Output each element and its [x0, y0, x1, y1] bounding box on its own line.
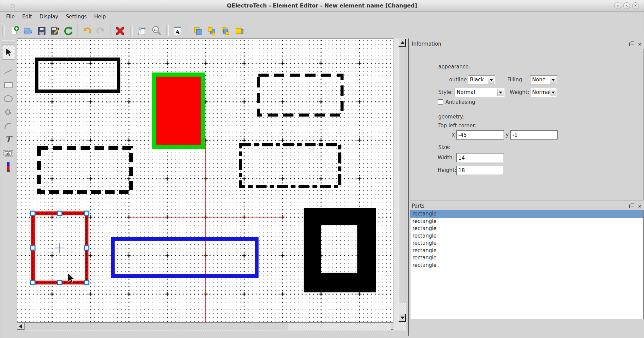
- close-pane-icon[interactable]: ✕: [638, 204, 642, 209]
- height-input[interactable]: [456, 166, 504, 175]
- add-ellipse-tool[interactable]: [2, 93, 15, 104]
- add-polygon-tool[interactable]: [2, 107, 15, 117]
- add-arc-tool[interactable]: [2, 120, 15, 131]
- x-label: x: [452, 132, 455, 138]
- zoom-1-1-button[interactable]: 1:1: [150, 25, 163, 37]
- x-input[interactable]: [456, 130, 504, 140]
- y-label: y: [506, 132, 509, 138]
- scroll-left-button[interactable]: [17, 323, 24, 330]
- drawing-toolbox: Tab: [0, 38, 17, 338]
- float-pane-icon[interactable]: [629, 43, 633, 46]
- vertical-scrollbar[interactable]: [393, 38, 406, 323]
- antialiasing-checkbox[interactable]: [438, 99, 443, 104]
- width-input[interactable]: [456, 153, 504, 162]
- filling-combo[interactable]: None: [530, 75, 557, 84]
- part-list-item[interactable]: rectangle: [410, 225, 643, 232]
- toolbar-separator: [77, 25, 78, 36]
- add-text-field-icon: ab: [3, 148, 14, 158]
- outline-combo[interactable]: Black: [468, 75, 495, 84]
- selection-handle[interactable]: [31, 246, 35, 250]
- style-combo[interactable]: Normal: [455, 88, 504, 97]
- undo-button[interactable]: [81, 25, 93, 37]
- part-list-item[interactable]: rectangle: [410, 240, 643, 247]
- element-canvas[interactable]: [17, 39, 393, 322]
- svg-text:A: A: [175, 29, 180, 35]
- parts-pane-titlebar[interactable]: Parts ✕: [410, 202, 644, 210]
- bring-forward-button[interactable]: [191, 25, 203, 37]
- part-list-item[interactable]: rectangle: [410, 232, 643, 240]
- selection-handle[interactable]: [31, 280, 35, 285]
- parts-list[interactable]: rectanglerectanglerectanglerectanglerect…: [410, 210, 644, 319]
- add-text-icon: T: [3, 134, 14, 144]
- raise-button[interactable]: [205, 25, 217, 37]
- edit-dimensions-icon: [136, 25, 147, 37]
- horizontal-scroll-thumb[interactable]: [24, 323, 288, 330]
- add-polygon-icon: [3, 107, 14, 117]
- menu-file[interactable]: File: [2, 12, 18, 23]
- float-pane-icon[interactable]: [629, 205, 633, 208]
- antialiasing-label: Antialiasing: [445, 99, 475, 105]
- redo-button[interactable]: [94, 25, 106, 37]
- add-text-button[interactable]: A: [171, 25, 183, 37]
- information-pane-titlebar[interactable]: Information ✕: [410, 40, 644, 48]
- combo-arrow-icon[interactable]: [497, 88, 504, 96]
- menu-edit[interactable]: Edit: [18, 12, 36, 23]
- scroll-up-button[interactable]: [399, 39, 406, 47]
- new-element-button[interactable]: [8, 25, 20, 37]
- selection-handle[interactable]: [84, 280, 89, 285]
- close-button[interactable]: ✕: [632, 2, 639, 9]
- scroll-down-button[interactable]: [399, 314, 406, 322]
- add-line-tool[interactable]: [2, 66, 15, 77]
- toolbox-grip[interactable]: [2, 40, 15, 43]
- save-icon: [36, 25, 47, 37]
- lower-button[interactable]: [219, 25, 231, 37]
- part-list-item[interactable]: rectangle: [410, 247, 643, 255]
- select-pointer-tool[interactable]: [2, 45, 15, 60]
- titlebar[interactable]: QElectroTech - Element Editor - New elem…: [0, 0, 644, 12]
- save-button[interactable]: [35, 25, 47, 37]
- toolbar-grip[interactable]: [130, 25, 133, 36]
- selection-handle[interactable]: [31, 211, 35, 215]
- menu-help[interactable]: Help: [90, 12, 109, 23]
- add-terminal-tool[interactable]: [2, 161, 15, 172]
- save-as-button[interactable]: [48, 25, 61, 37]
- combo-arrow-icon[interactable]: [488, 76, 494, 84]
- outline-label: outline:: [449, 77, 469, 83]
- selection-handle[interactable]: [84, 211, 89, 215]
- style-label: Style:: [438, 89, 453, 95]
- maximize-button[interactable]: ∧: [623, 2, 630, 9]
- selection-handle[interactable]: [57, 280, 62, 285]
- add-rectangle-tool[interactable]: [2, 79, 15, 90]
- toolbar-grip[interactable]: [2, 25, 5, 36]
- menu-settings[interactable]: Settings: [62, 12, 91, 23]
- weight-combo[interactable]: Normal: [530, 88, 557, 97]
- vertical-scroll-thumb[interactable]: [399, 47, 406, 303]
- part-list-item[interactable]: rectangle: [410, 218, 643, 225]
- part-list-item[interactable]: rectangle: [410, 254, 643, 262]
- send-backward-button[interactable]: [233, 25, 245, 37]
- close-pane-icon[interactable]: ✕: [638, 42, 642, 47]
- part-list-item[interactable]: rectangle: [410, 262, 643, 269]
- minimize-button[interactable]: ∨: [614, 2, 621, 9]
- selection-handle[interactable]: [84, 246, 89, 250]
- send-backward-icon: [233, 25, 245, 37]
- combo-arrow-icon[interactable]: [550, 88, 556, 96]
- part-list-item[interactable]: rectangle: [410, 210, 643, 218]
- reload-button[interactable]: [62, 25, 74, 37]
- delete-selection-button[interactable]: [114, 25, 126, 37]
- toolbar-grip[interactable]: [187, 25, 189, 36]
- add-text-tool[interactable]: T: [2, 133, 15, 144]
- edit-dimensions-button[interactable]: [135, 25, 147, 37]
- combo-arrow-icon[interactable]: [550, 76, 556, 84]
- y-input[interactable]: [510, 130, 558, 140]
- add-ellipse-icon: [3, 94, 14, 104]
- selection-handle[interactable]: [57, 211, 62, 215]
- open-element-button[interactable]: [21, 25, 34, 37]
- dock-splitter[interactable]: [408, 38, 409, 336]
- save-as-icon: [49, 25, 61, 37]
- rect-green-red[interactable]: [154, 75, 203, 147]
- add-text-field-tool[interactable]: ab: [2, 147, 15, 158]
- horizontal-scrollbar[interactable]: [17, 323, 393, 331]
- menu-display[interactable]: Display: [36, 12, 62, 23]
- toolbar-grip[interactable]: [166, 25, 169, 36]
